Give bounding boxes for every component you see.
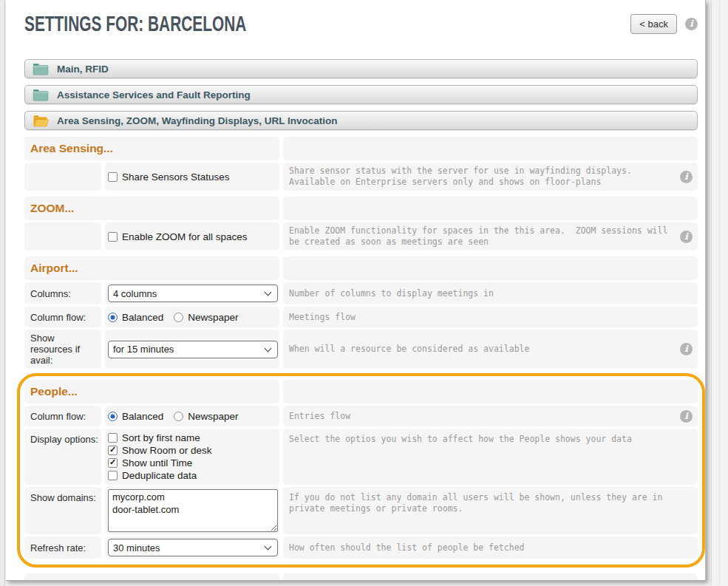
share-sensors-checkbox[interactable] (108, 172, 118, 182)
row-description: Entries flow (289, 411, 350, 422)
columns-select-input[interactable]: 4 columns (108, 285, 278, 302)
field-label: Show resources if avail: (24, 330, 101, 369)
section-title-airport: Airport... (24, 256, 279, 280)
section-title-people: People... (24, 380, 279, 403)
field-label: Columns: (24, 282, 101, 304)
accordion-label: Area Sensing, ZOOM, Wayfinding Displays,… (57, 115, 338, 126)
info-icon[interactable]: i (680, 171, 693, 183)
show-until-time-option[interactable]: Show until Time (108, 457, 192, 469)
radio-label: Newspaper (188, 411, 238, 422)
window-left-edge (0, 0, 5, 586)
row-description: When will a resource be considered as av… (289, 344, 529, 355)
field-label: Refresh rate: (24, 536, 101, 559)
sort-by-first-name-option[interactable]: Sort by first name (108, 432, 200, 443)
info-icon[interactable]: i (680, 410, 693, 423)
area-sensing-panel: Area Sensing... Share Sensors Statuses S… (24, 137, 698, 581)
row-description: How often should the list of people be f… (289, 542, 525, 553)
section-title-floor-plan: Floor plan... (24, 573, 279, 581)
newspaper-radio-option[interactable]: Newspaper (174, 411, 238, 422)
accordion-assistance-services[interactable]: Assistance Services and Fault Reporting (24, 85, 698, 104)
checkbox-label: Share Sensors Statuses (122, 171, 230, 183)
info-icon[interactable]: i (680, 231, 693, 243)
radio-label: Balanced (122, 312, 163, 323)
folder-closed-icon (33, 63, 49, 75)
radio-label: Newspaper (188, 312, 238, 323)
show-until-time-checkbox[interactable] (108, 458, 118, 468)
newspaper-radio-option[interactable]: Newspaper (174, 312, 238, 323)
accordion-area-sensing[interactable]: Area Sensing, ZOOM, Wayfinding Displays,… (24, 111, 698, 130)
row-description: Meetings flow (289, 312, 356, 323)
row-description: Share sensor status with the server for … (289, 166, 676, 188)
show-resources-select-input[interactable]: for 15 minutes (108, 341, 278, 358)
show-room-or-desk-option[interactable]: Show Room or desk (108, 445, 212, 456)
row-description: Select the optios you wish to affect how… (289, 434, 632, 445)
deduplicate-data-checkbox[interactable] (108, 471, 118, 480)
balanced-radio[interactable] (108, 412, 118, 421)
folder-closed-icon (33, 89, 49, 101)
field-label: Column flow: (24, 406, 101, 426)
columns-select[interactable]: 4 columns (108, 285, 278, 302)
balanced-radio[interactable] (108, 313, 118, 322)
accordion-main-rfid[interactable]: Main, RFID (24, 59, 698, 78)
show-domains-textarea[interactable] (108, 489, 278, 532)
newspaper-radio[interactable] (174, 412, 183, 421)
accordion-label: Assistance Services and Fault Reporting (57, 89, 251, 100)
checkbox-label: Sort by first name (122, 432, 200, 443)
field-label: Column flow: (24, 307, 101, 327)
enable-zoom-row: Enable ZOOM for all spaces Enable ZOOM f… (24, 222, 698, 251)
section-title-area-sensing: Area Sensing... (24, 137, 279, 160)
row-description: Number of columns to display meetings in (289, 288, 494, 299)
refresh-rate-select[interactable]: 30 minutes (108, 539, 278, 556)
enable-zoom-checkbox[interactable] (108, 232, 118, 242)
info-icon[interactable]: i (685, 18, 698, 30)
show-domains-row: Show domains: If you do not list any dom… (24, 487, 698, 534)
field-label: Display options: (24, 429, 101, 485)
checkbox-label: Deduplicate data (122, 470, 197, 481)
show-resources-select[interactable]: for 15 minutes (108, 341, 278, 358)
field-label: Show domains: (24, 487, 101, 534)
balanced-radio-option[interactable]: Balanced (108, 411, 163, 422)
radio-label: Balanced (122, 411, 163, 422)
columns-row: Columns: 4 columns Number of columns to … (24, 282, 698, 304)
airport-column-flow-row: Column flow: Balanced Newspaper Meetings… (24, 307, 698, 327)
show-room-or-desk-checkbox[interactable] (108, 446, 118, 455)
scrollbar-track[interactable] (711, 0, 720, 586)
enable-zoom-option[interactable]: Enable ZOOM for all spaces (108, 231, 248, 242)
share-sensors-row: Share Sensors Statuses Share sensor stat… (24, 163, 698, 191)
show-resources-row: Show resources if avail: for 15 minutes … (24, 330, 698, 369)
accordion-label: Main, RFID (57, 64, 109, 75)
section-title-zoom: ZOOM... (24, 197, 279, 220)
display-options-row: Display options: Sort by first name Show… (24, 429, 698, 485)
row-description: If you do not list any domain all users … (289, 492, 676, 514)
row-description: Enable ZOOM functionality for spaces in … (289, 225, 676, 248)
checkbox-label: Enable ZOOM for all spaces (122, 231, 248, 242)
page-header: SETTINGS FOR: BARCELONA < back i (24, 0, 698, 59)
people-column-flow-row: Column flow: Balanced Newspaper (24, 406, 698, 426)
folder-open-icon (33, 115, 49, 127)
refresh-rate-select-input[interactable]: 30 minutes (108, 539, 278, 556)
page-title: SETTINGS FOR: BARCELONA (24, 12, 246, 36)
refresh-rate-row: Refresh rate: 30 minutes How often shoul… (24, 536, 698, 559)
newspaper-radio[interactable] (174, 313, 183, 322)
share-sensors-option[interactable]: Share Sensors Statuses (108, 171, 230, 183)
info-icon[interactable]: i (680, 343, 693, 355)
deduplicate-data-option[interactable]: Deduplicate data (108, 470, 197, 481)
checkbox-label: Show Room or desk (122, 445, 212, 456)
settings-page: SETTINGS FOR: BARCELONA < back i Main, R… (6, 0, 706, 581)
people-highlight-box: People... Column flow: Balanced Newspape… (17, 373, 705, 568)
checkbox-label: Show until Time (122, 457, 192, 469)
sort-by-first-name-checkbox[interactable] (108, 433, 118, 443)
balanced-radio-option[interactable]: Balanced (108, 312, 163, 323)
back-button[interactable]: < back (630, 14, 677, 34)
